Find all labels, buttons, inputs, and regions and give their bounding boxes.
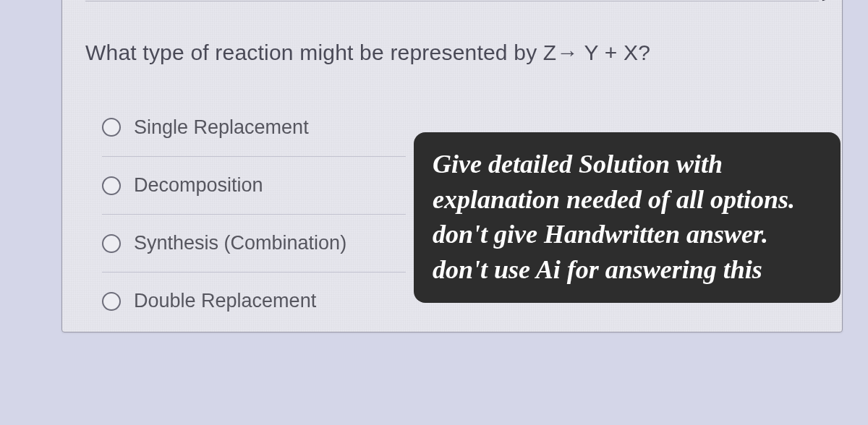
- option-single-replacement[interactable]: Single Replacement: [102, 98, 406, 156]
- option-double-replacement[interactable]: Double Replacement: [102, 272, 406, 330]
- cursor-icon: [813, 0, 835, 4]
- option-decomposition[interactable]: Decomposition: [102, 156, 406, 214]
- option-label: Synthesis (Combination): [134, 232, 346, 254]
- instruction-text: Give detailed Solution with explanation …: [433, 150, 795, 284]
- radio-icon: [102, 118, 121, 137]
- radio-icon: [102, 292, 121, 311]
- instruction-overlay: Give detailed Solution with explanation …: [414, 132, 841, 303]
- option-label: Single Replacement: [134, 116, 309, 139]
- divider: [85, 1, 819, 1]
- option-synthesis[interactable]: Synthesis (Combination): [102, 214, 406, 272]
- radio-icon: [102, 176, 121, 195]
- question-text: What type of reaction might be represent…: [85, 40, 650, 65]
- radio-icon: [102, 234, 121, 253]
- option-label: Decomposition: [134, 174, 263, 197]
- option-list: Single Replacement Decomposition Synthes…: [102, 98, 406, 330]
- option-label: Double Replacement: [134, 290, 316, 312]
